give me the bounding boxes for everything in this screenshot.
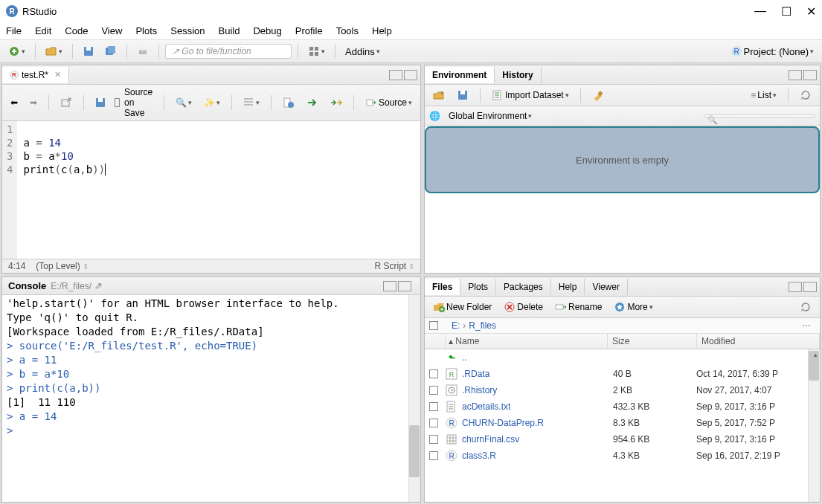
tab-files[interactable]: Files [425, 279, 460, 295]
breadcrumb-item[interactable]: E: [452, 320, 460, 331]
goto-file-input[interactable]: ↗ Go to file/function [165, 44, 292, 59]
console-output[interactable]: 'help.start()' for an HTML browser inter… [2, 295, 420, 502]
tab-plots[interactable]: Plots [460, 279, 496, 295]
load-workspace-button[interactable] [429, 87, 449, 103]
breadcrumb-more[interactable]: ⋯ [799, 320, 815, 331]
file-checkbox[interactable] [429, 451, 438, 460]
find-button[interactable]: 🔍▾ [172, 95, 196, 110]
scope-selector[interactable]: Global Environment ▾ [445, 109, 536, 123]
col-name-header[interactable]: Name [455, 336, 479, 346]
files-scrollbar[interactable]: ▴ [808, 349, 820, 502]
project-menu[interactable]: R Project: (None) ▾ [727, 43, 818, 59]
file-name[interactable]: .. [462, 352, 613, 363]
grid-button[interactable]: ▾ [304, 43, 329, 59]
file-row[interactable]: churnFinal.csv954.6 KBSep 9, 2017, 3:16 … [425, 431, 820, 448]
tab-viewer[interactable]: Viewer [585, 279, 627, 295]
menu-plots[interactable]: Plots [135, 25, 157, 36]
file-name[interactable]: CHURN-DataPrep.R [462, 418, 613, 428]
import-dataset-button[interactable]: Import Dataset ▾ [488, 87, 573, 103]
refresh-files-button[interactable] [796, 299, 815, 315]
menu-build[interactable]: Build [219, 25, 240, 36]
file-checkbox[interactable] [429, 369, 438, 378]
env-search-input[interactable] [704, 114, 815, 117]
back-button[interactable]: ⬅ [7, 95, 22, 110]
file-checkbox[interactable] [429, 435, 438, 444]
menu-help[interactable]: Help [372, 25, 392, 36]
file-checkbox[interactable] [429, 419, 438, 427]
pane-minimize-button[interactable] [789, 70, 802, 80]
tab-packages[interactable]: Packages [496, 279, 551, 295]
console-scrollbar[interactable] [408, 295, 420, 502]
menu-view[interactable]: View [101, 25, 122, 36]
new-folder-button[interactable]: New Folder [429, 299, 495, 315]
wand-button[interactable]: ✨▾ [200, 95, 224, 110]
tab-history[interactable]: History [495, 67, 541, 83]
pane-minimize-button[interactable] [789, 282, 802, 292]
pane-maximize-button[interactable] [803, 282, 817, 292]
file-name[interactable]: churnFinal.csv [462, 434, 613, 445]
outline-button[interactable]: ▾ [239, 94, 263, 111]
scope-selector[interactable]: (Top Level) [36, 261, 88, 271]
pane-maximize-button[interactable] [398, 281, 411, 291]
menu-tools[interactable]: Tools [336, 25, 359, 36]
file-name[interactable]: class3.R [462, 450, 613, 461]
file-row[interactable]: .Rhistory2 KBNov 27, 2017, 4:07 [425, 382, 820, 398]
rerun-button[interactable] [327, 94, 346, 111]
file-checkbox[interactable] [429, 402, 438, 411]
file-row[interactable]: acDetails.txt432.3 KBSep 9, 2017, 3:16 P [425, 398, 820, 415]
menu-code[interactable]: Code [65, 25, 88, 36]
filetype-selector[interactable]: R Script [375, 261, 414, 271]
view-mode-button[interactable]: ≡ List ▾ [747, 88, 780, 103]
more-button[interactable]: More ▾ [610, 299, 656, 315]
menu-edit[interactable]: Edit [35, 25, 51, 36]
file-name[interactable]: acDetails.txt [462, 401, 613, 412]
window-minimize-button[interactable]: — [754, 4, 766, 19]
compile-button[interactable] [279, 94, 298, 111]
window-maximize-button[interactable]: ☐ [781, 4, 792, 19]
file-checkbox[interactable] [429, 386, 438, 395]
source-on-save-checkbox[interactable] [115, 98, 120, 107]
window-close-button[interactable]: ✕ [806, 4, 816, 19]
save-all-button[interactable] [101, 43, 121, 59]
pane-maximize-button[interactable] [803, 70, 817, 80]
file-row[interactable]: RCHURN-DataPrep.R8.3 KBSep 5, 2017, 7:52… [425, 415, 820, 431]
pane-minimize-button[interactable] [389, 70, 402, 80]
menu-profile[interactable]: Profile [295, 25, 323, 36]
file-row[interactable]: Rclass3.R4.3 KBSep 16, 2017, 2:19 P [425, 448, 820, 464]
refresh-env-button[interactable] [796, 87, 815, 103]
console-popout-icon[interactable]: ⇗ [94, 280, 103, 291]
pane-minimize-button[interactable] [383, 281, 396, 291]
open-file-button[interactable]: ▾ [42, 43, 66, 59]
forward-button[interactable]: ➡ [26, 95, 41, 110]
save-workspace-button[interactable] [453, 87, 472, 103]
addins-button[interactable]: Addins ▾ [341, 44, 384, 59]
pane-maximize-button[interactable] [404, 70, 417, 80]
file-name[interactable]: .Rhistory [462, 385, 613, 395]
file-name[interactable]: .RData [462, 369, 613, 379]
clear-workspace-button[interactable] [588, 87, 608, 103]
breadcrumb-item[interactable]: R_files [469, 320, 496, 331]
tab-environment[interactable]: Environment [425, 67, 495, 83]
menu-file[interactable]: File [6, 25, 22, 36]
menu-debug[interactable]: Debug [253, 25, 281, 36]
col-modified-header[interactable]: Modified [701, 336, 735, 346]
popout-button[interactable] [57, 94, 76, 111]
source-button[interactable]: Source ▾ [362, 94, 416, 111]
file-row[interactable]: R.RData40 BOct 14, 2017, 6:39 P [425, 366, 820, 382]
close-tab-icon[interactable]: ✕ [54, 70, 61, 80]
select-all-checkbox[interactable] [429, 321, 438, 330]
menu-session[interactable]: Session [170, 25, 205, 36]
editor-tab[interactable]: R test.R* ✕ [2, 67, 69, 83]
tab-help[interactable]: Help [551, 279, 585, 295]
run-button[interactable] [303, 94, 322, 111]
file-icon [446, 384, 457, 396]
delete-button[interactable]: Delete [500, 299, 547, 315]
save-file-button[interactable] [91, 94, 110, 111]
new-file-button[interactable]: ▾ [4, 43, 29, 59]
rename-button[interactable]: Rename [551, 299, 606, 315]
print-button[interactable] [133, 43, 152, 59]
col-size-header[interactable]: Size [612, 336, 629, 346]
code-editor[interactable]: 1234 a = 14b = a*10print(c(a,b)) [2, 121, 420, 259]
save-button[interactable] [79, 43, 98, 59]
file-row[interactable]: ⬑.. [425, 349, 820, 366]
